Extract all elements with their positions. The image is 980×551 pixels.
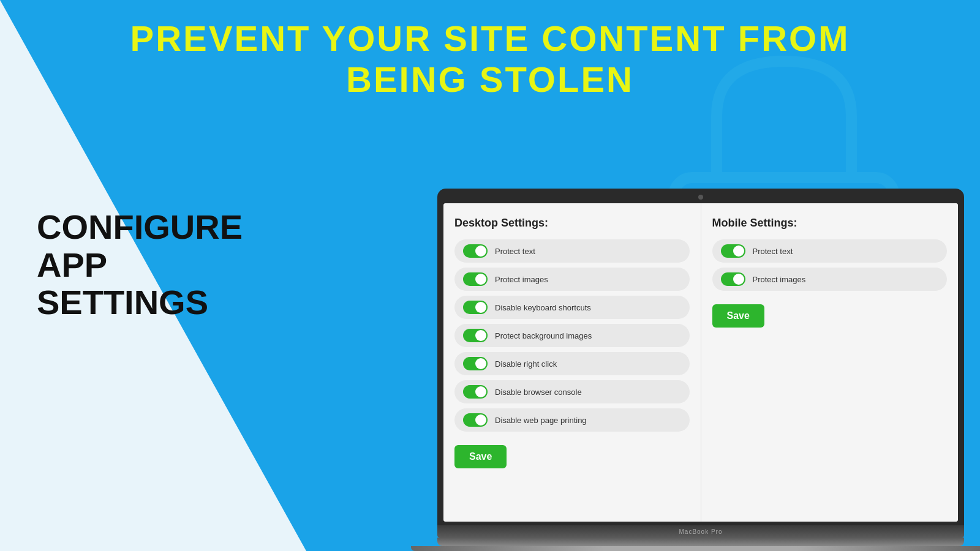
- toggle-switch-protect-images-desktop[interactable]: [463, 272, 488, 286]
- laptop-stand: [437, 538, 964, 546]
- toggle-switch-protect-images-mobile[interactable]: [721, 272, 745, 286]
- toggle-protect-background-desktop[interactable]: Protect background images: [454, 324, 690, 347]
- mobile-panel-title: Mobile Settings:: [712, 217, 948, 230]
- toggle-label-disable-right-click-desktop: Disable right click: [495, 359, 557, 369]
- laptop-camera: [698, 195, 703, 200]
- save-button-desktop[interactable]: Save: [454, 445, 507, 468]
- desktop-settings-panel: Desktop Settings: Protect text Protect i…: [443, 203, 701, 522]
- toggle-switch-disable-console-desktop[interactable]: [463, 385, 488, 399]
- laptop-brand: MacBook Pro: [679, 528, 722, 535]
- toggle-protect-images-desktop[interactable]: Protect images: [454, 268, 690, 291]
- toggle-switch-protect-background-desktop[interactable]: [463, 329, 488, 342]
- laptop-body: Desktop Settings: Protect text Protect i…: [437, 189, 964, 525]
- toggle-switch-protect-text-mobile[interactable]: [721, 244, 745, 258]
- toggle-disable-keyboard-desktop[interactable]: Disable keyboard shortcuts: [454, 296, 690, 319]
- toggle-switch-disable-keyboard-desktop[interactable]: [463, 301, 488, 314]
- save-button-mobile[interactable]: Save: [712, 304, 764, 328]
- toggle-protect-text-mobile[interactable]: Protect text: [712, 239, 948, 263]
- toggle-label-protect-images-mobile: Protect images: [753, 275, 806, 284]
- desktop-panel-title: Desktop Settings:: [454, 217, 690, 230]
- toggle-protect-images-mobile[interactable]: Protect images: [712, 268, 948, 291]
- configure-text: CONFIGURE APP SETTINGS: [37, 208, 243, 321]
- toggle-disable-console-desktop[interactable]: Disable browser console: [454, 380, 690, 403]
- laptop: Desktop Settings: Protect text Protect i…: [437, 189, 964, 551]
- toggle-label-protect-text-desktop: Protect text: [495, 247, 535, 256]
- laptop-screen: Desktop Settings: Protect text Protect i…: [443, 203, 958, 522]
- laptop-base: MacBook Pro: [437, 525, 964, 538]
- toggle-disable-printing-desktop[interactable]: Disable web page printing: [454, 408, 690, 432]
- toggle-protect-text-desktop[interactable]: Protect text: [454, 239, 690, 263]
- toggle-label-disable-printing-desktop: Disable web page printing: [495, 416, 587, 425]
- toggle-label-disable-console-desktop: Disable browser console: [495, 388, 582, 397]
- toggle-disable-right-click-desktop[interactable]: Disable right click: [454, 352, 690, 375]
- mobile-settings-panel: Mobile Settings: Protect text Protect im…: [701, 203, 959, 522]
- toggle-label-protect-text-mobile: Protect text: [753, 247, 793, 256]
- toggle-label-disable-keyboard-desktop: Disable keyboard shortcuts: [495, 303, 591, 312]
- toggle-switch-disable-printing-desktop[interactable]: [463, 413, 488, 427]
- main-headline: PREVENT YOUR SITE CONTENT FROM BEING STO…: [0, 18, 980, 100]
- toggle-switch-disable-right-click-desktop[interactable]: [463, 357, 488, 370]
- toggle-label-protect-images-desktop: Protect images: [495, 275, 548, 284]
- toggle-switch-protect-text-desktop[interactable]: [463, 244, 488, 258]
- laptop-foot: [411, 546, 980, 551]
- toggle-label-protect-background-desktop: Protect background images: [495, 331, 592, 340]
